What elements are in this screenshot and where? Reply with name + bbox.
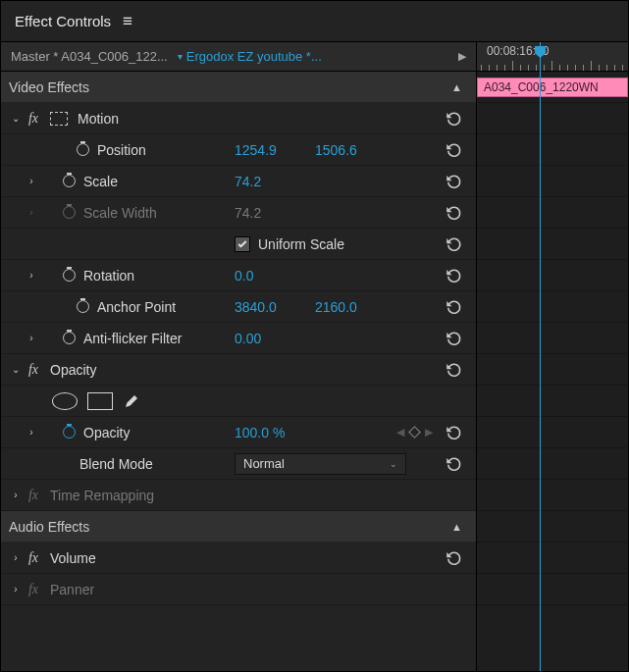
reset-button[interactable] [445,330,476,347]
effect-label: Motion [78,111,119,127]
twisty-icon[interactable]: › [25,334,38,343]
reset-button[interactable] [445,110,476,128]
master-clip-ref[interactable]: Master * A034_C006_122... [1,49,174,64]
prev-keyframe-button[interactable]: ◀ [396,426,404,439]
blend-mode-select[interactable]: Normal ⌄ [235,453,406,475]
section-collapse-icon[interactable]: ▲ [451,81,476,93]
opacity-value[interactable]: 100.0 % [235,425,285,440]
reset-icon [445,549,462,567]
twisty-icon[interactable]: › [25,177,38,186]
reset-button[interactable] [445,455,476,473]
keyframe-navigator: ◀ ▶ [396,426,439,439]
panel-header: Effect Controls ≡ [1,1,628,42]
reset-button[interactable] [445,173,476,190]
mask-pen-icon[interactable] [123,392,140,410]
effect-opacity[interactable]: ⌄ fx Opacity [1,354,476,386]
property-rotation: › Rotation 0.0 [1,260,476,291]
stopwatch-icon[interactable] [76,299,90,314]
uniform-scale-checkbox[interactable] [235,236,250,252]
section-audio-effects[interactable]: Audio Effects ▲ [1,511,476,543]
reset-button[interactable] [445,549,476,567]
panel-menu-icon[interactable]: ≡ [123,13,132,29]
property-label: Scale [83,174,118,189]
chevron-down-icon: ⌄ [390,459,397,469]
position-x-value[interactable]: 1254.9 [235,142,277,158]
twisty-icon[interactable]: › [9,491,23,500]
position-y-value[interactable]: 1506.6 [315,142,357,158]
property-position: › Position 1254.9 1506.6 [1,134,476,166]
scale-width-value: 74.2 [235,205,261,221]
reset-button[interactable] [445,235,476,253]
anchor-x-value[interactable]: 3840.0 [235,299,277,315]
reset-button[interactable] [445,361,476,379]
fx-badge-icon[interactable]: fx [25,111,42,127]
reset-button[interactable] [445,141,476,159]
twisty-icon[interactable]: ⌄ [9,365,23,375]
sequence-clip-ref[interactable]: Ergodox EZ youtube *... [186,49,322,64]
ruler-ticks [477,59,628,71]
chevron-down-icon[interactable]: ▾ [174,51,186,62]
twisty-icon[interactable]: › [9,585,23,594]
property-label: Anchor Point [97,299,176,315]
stopwatch-icon[interactable] [62,268,77,283]
reset-button[interactable] [445,267,476,284]
effect-motion[interactable]: ⌄ fx Motion [1,103,476,134]
effect-time-remapping[interactable]: › fx Time Remapping [1,480,476,511]
mini-timeline[interactable]: 00:08:16:00 A034_C006_1220WN [477,42,628,671]
effect-volume[interactable]: › fx Volume [1,543,476,574]
timeline-tracks: A034_C006_1220WN [477,72,628,605]
twisty-icon[interactable]: ⌄ [9,114,23,124]
section-label: Audio Effects [9,519,89,535]
rotation-value[interactable]: 0.0 [235,268,253,284]
next-keyframe-button[interactable]: ▶ [425,426,433,439]
effect-panner[interactable]: › fx Panner [1,574,476,605]
timeline-ruler[interactable]: 00:08:16:00 [477,42,628,72]
reset-icon [445,330,462,347]
stopwatch-icon[interactable] [62,174,77,188]
reset-icon [445,204,462,222]
playhead[interactable] [540,42,541,671]
reset-icon [445,424,462,441]
reset-button[interactable] [445,424,476,441]
fx-badge-icon[interactable]: fx [25,362,42,378]
twisty-icon: › [25,208,38,218]
timeline-clip[interactable]: A034_C006_1220WN [477,78,628,97]
effect-label: Opacity [50,362,96,378]
stopwatch-icon[interactable] [62,331,77,345]
stopwatch-icon[interactable] [76,142,90,157]
fx-badge-icon[interactable]: fx [25,488,42,503]
effect-controls-panel: Effect Controls ≡ Master * A034_C006_122… [0,0,629,672]
section-video-effects[interactable]: Video Effects ▲ [1,72,476,103]
twisty-icon[interactable]: › [9,553,23,563]
add-keyframe-button[interactable] [408,426,421,439]
stopwatch-active-icon[interactable] [62,425,77,439]
play-icon[interactable]: ▶ [458,50,476,63]
property-label: Rotation [83,268,134,284]
fx-badge-icon[interactable]: fx [25,582,42,597]
motion-box-icon[interactable] [50,112,68,126]
opacity-mask-tools [1,386,476,417]
fx-badge-icon[interactable]: fx [25,550,42,566]
timeline-clip-row: A034_C006_1220WN [477,72,628,103]
reset-button[interactable] [445,298,476,316]
section-collapse-icon[interactable]: ▲ [451,521,476,533]
stopwatch-icon [62,205,77,220]
anchor-y-value[interactable]: 2160.0 [315,299,357,315]
property-scale-width: › Scale Width 74.2 [1,197,476,229]
panel-content: Master * A034_C006_122... ▾ Ergodox EZ y… [1,42,628,671]
reset-icon [445,298,462,316]
twisty-icon[interactable]: › [25,428,38,438]
panel-title: Effect Controls [15,13,111,29]
mask-rectangle-icon[interactable] [87,392,113,410]
property-label: Anti-flicker Filter [83,331,182,346]
property-opacity: › Opacity 100.0 % ◀ ▶ [1,417,476,448]
twisty-icon[interactable]: › [25,271,38,281]
checkbox-label: Uniform Scale [258,236,344,252]
effect-label: Time Remapping [50,488,154,503]
scale-value[interactable]: 74.2 [235,174,261,189]
property-label: Position [97,142,146,158]
anti-flicker-value[interactable]: 0.00 [235,331,261,346]
property-scale: › Scale 74.2 [1,166,476,197]
reset-button [445,204,476,222]
mask-ellipse-icon[interactable] [52,392,78,410]
